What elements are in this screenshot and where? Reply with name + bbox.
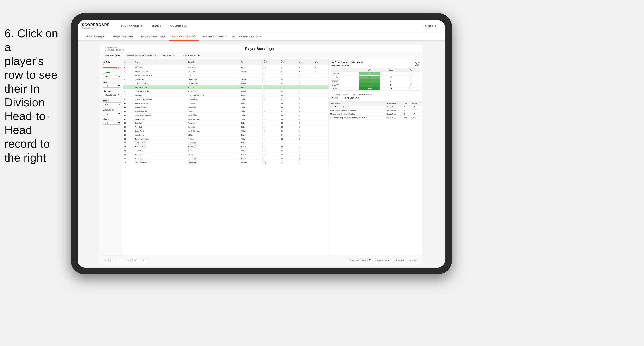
table-row[interactable]: 25 Cole Sherwood Vanderbilt Second 12 23…	[123, 161, 329, 165]
cell-player: Cole Sherwood	[134, 161, 187, 165]
cell-win	[314, 149, 329, 153]
tab-player-h2h-heatmap[interactable]: PLAYER H2H HEATMAP	[229, 32, 265, 41]
sign-out-btn[interactable]: Sign out	[420, 20, 441, 32]
conference-select[interactable]: (All)	[103, 112, 121, 115]
cell-player: Ian Gilligan	[134, 149, 187, 153]
redo-btn[interactable]: ↪	[110, 258, 115, 262]
h2h-col-label	[331, 68, 360, 72]
refresh-btn[interactable]: ↻	[141, 258, 146, 262]
nav-teams[interactable]: TEAMS	[147, 20, 166, 32]
tab-team-h2h-heatmap[interactable]: TEAM H2H HEATMAP	[136, 32, 169, 41]
tablet-screen: SCOREBOARD Powered by clippi TOURNAMENTS…	[78, 20, 445, 268]
h2h-win-cell: 22	[360, 79, 380, 83]
main-table-area: # Player School Yr RegRank ConfRank No.R…	[123, 59, 329, 256]
table-row[interactable]: 8 Mats Ege East Tennessee State Fifth 1 …	[123, 93, 329, 97]
view-original-btn[interactable]: 👁 View: Original	[348, 258, 366, 262]
toolbar-sep-1	[124, 258, 124, 262]
table-row[interactable]: 22 Ian Gilligan Florida Third 10 24 1	[123, 149, 329, 153]
cell-rank: 17	[123, 129, 134, 133]
cell-reg: 4	[262, 129, 280, 133]
conference-label: Conference:	[182, 54, 196, 57]
table-row[interactable]: 15 Jake Hall Tennessee Fifth 4 18 0	[123, 121, 329, 125]
table-row[interactable]: 18 Luke Powell UCLA First 4 24 1	[123, 133, 329, 137]
region-label: Region:	[162, 54, 172, 57]
cell-rds: 1	[298, 113, 314, 117]
cell-win	[314, 145, 329, 149]
cell-school: North Florida	[187, 89, 240, 93]
tab-team-h2h-grid[interactable]: TEAM H2H GRID	[110, 32, 136, 41]
table-row[interactable]: 2 Michael La Sasse Ole Miss Second 1 10 …	[123, 69, 329, 73]
paste-btn[interactable]: ⊟	[132, 258, 137, 262]
table-row[interactable]: 4 Luke Claton Florida State Second 1 27 …	[123, 77, 329, 81]
cell-rds: 0	[298, 125, 314, 129]
table-row[interactable]: 11 Gordon Sargent Vanderbilt Third 4 21 …	[123, 105, 329, 109]
cell-player: Jake Hall	[134, 121, 187, 125]
cell-rds: 2	[298, 157, 314, 161]
year-select[interactable]: (All)	[103, 84, 121, 88]
table-row[interactable]: 19 Tiger Christensen Arizona Third 8 23 …	[123, 137, 329, 141]
table-row[interactable]: 7 Nicholas Gabrelcik North Florida Fourt…	[123, 89, 329, 93]
no-rds-slider[interactable]	[103, 67, 121, 68]
t-col-score: Score	[411, 101, 422, 105]
cell-conf: 21	[280, 81, 298, 85]
forward-btn[interactable]: →	[117, 258, 122, 262]
nav-tournaments[interactable]: TOURNAMENTS	[116, 20, 147, 32]
eye-icon: 👁	[396, 259, 398, 261]
table-row[interactable]: 5 Christo Lamprecht Georgia Tech Fourth …	[123, 81, 329, 85]
table-row[interactable]: 9 Preston Summerhays Arizona State Third…	[123, 97, 329, 101]
cell-rank: 25	[123, 161, 134, 165]
filter-row: Gender: Men Division: NCAA Division I Re…	[101, 52, 422, 59]
copy-btn[interactable]: ⊞	[126, 258, 131, 262]
watch-btn[interactable]: 👁 Watch ▾	[394, 258, 407, 262]
cell-school: Tennessee	[187, 121, 240, 125]
table-row[interactable]: 24 Bastien Amat New Mexico Fourth 1 27 2	[123, 157, 329, 161]
h2h-col-loss: Loss	[380, 68, 402, 72]
gender-select[interactable]: Men	[103, 74, 121, 78]
cell-rank: 12	[123, 109, 134, 113]
table-row[interactable]: 23 Jack Lundin Missouri Fourth 11 24 1	[123, 153, 329, 157]
cell-conf: 23	[280, 161, 298, 165]
cell-rds: 0	[298, 117, 314, 121]
wlt-label: W-L-T record in-division:	[354, 94, 373, 96]
col-yr: Yr	[240, 59, 263, 65]
cell-player: Bastien Amat	[134, 157, 187, 161]
cell-player: Gordon Sargent	[134, 105, 187, 109]
h2h-close-btn[interactable]: ×	[414, 62, 419, 66]
cell-player: Jacob Mac Diesen	[134, 101, 187, 105]
tab-team-summary[interactable]: TEAM SUMMARY	[82, 32, 110, 41]
save-custom-btn[interactable]: 💾 Save Custom View	[368, 258, 390, 262]
undo-btn[interactable]: ↩	[104, 258, 108, 262]
player-select[interactable]: (All)	[103, 121, 121, 125]
table-row[interactable]: 14 Maxwell Ford North Carolina Third 3 2…	[123, 117, 329, 121]
tab-player-summary[interactable]: PLAYER SUMMARY	[169, 32, 199, 41]
cell-reg: 1	[262, 69, 280, 73]
table-row[interactable]: 20 Matthew Riedel Vanderbilt Fifth 8	[123, 141, 329, 145]
table-row[interactable]: 10 Jacob Mac Diesen Arkansas Fifth 4 25 …	[123, 101, 329, 105]
cell-reg: 8	[262, 137, 280, 141]
conference-filter-label: Conference	[103, 109, 121, 111]
table-row[interactable]: 17 David Ford North Carolina Third 4 21 …	[123, 129, 329, 133]
table-row[interactable]: 13 Phachakorn Matchon Texas A&M Third 6 …	[123, 113, 329, 117]
cell-school: Florida State	[187, 77, 240, 81]
dashboard-panel: Update time: 27/03/2024 16:56:26 Player …	[101, 44, 422, 264]
division-select[interactable]: NCAA Division I	[103, 93, 121, 97]
cell-rds: 1	[298, 145, 314, 149]
cell-rank: 19	[123, 137, 134, 141]
h2h-range-label: Top 10	[331, 72, 360, 76]
table-row[interactable]: 12 Brendan Valles Auburn Third 1 24 1	[123, 109, 329, 113]
nav-committee[interactable]: COMMITTEE	[166, 20, 192, 32]
tab-player-h2h-grid[interactable]: PLAYER H2H GRID	[199, 32, 229, 41]
table-row[interactable]: 1 Wenyi Ding Arizona State First 1 1 8 1	[123, 65, 329, 69]
table-row[interactable]: 3 Michael Thorbjornsen Stanford 1 8 1	[123, 73, 329, 77]
table-row[interactable]: 21 Taehoon Song Washington Fourth 6 23 1	[123, 145, 329, 149]
table-row[interactable]: 6 Jackson Koivun Auburn First 1	[123, 85, 329, 89]
cell-rds	[298, 85, 314, 89]
separator: |	[416, 24, 417, 27]
cell-conf: 19	[280, 125, 298, 129]
table-row[interactable]: 16 Alex Goff Kentucky Fifth 8 19 0	[123, 125, 329, 129]
h2h-player-name: Jackson Koivun	[332, 64, 363, 67]
nav-items: TOURNAMENTS TEAMS COMMITTEE	[116, 20, 416, 32]
cell-win	[314, 153, 329, 157]
region-select[interactable]: N/A	[103, 102, 121, 106]
share-btn[interactable]: ↗ Share	[408, 258, 419, 262]
